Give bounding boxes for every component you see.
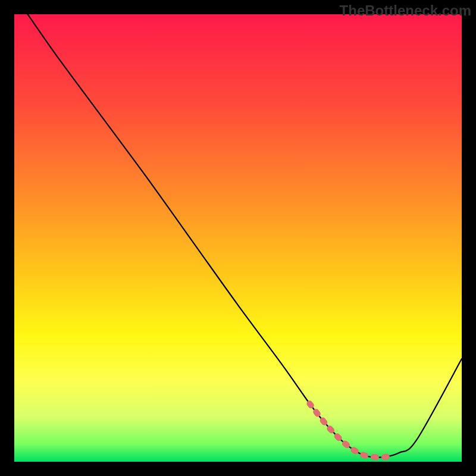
optimal-range-highlight (309, 403, 390, 457)
plot-area (14, 14, 462, 462)
watermark-text: TheBottleneck.com (340, 2, 471, 19)
curve-layer (14, 14, 462, 462)
bottleneck-curve (28, 14, 462, 458)
chart-container: TheBottleneck.com (0, 0, 476, 476)
